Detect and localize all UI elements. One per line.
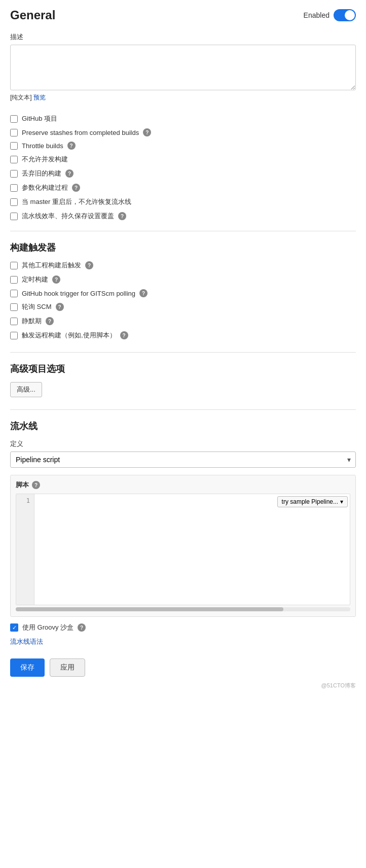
description-textarea[interactable] xyxy=(10,45,356,90)
groovy-sandbox-checkbox[interactable]: ✓ xyxy=(10,623,18,632)
scheduled-help-icon[interactable]: ? xyxy=(52,275,60,284)
build-triggers-title: 构建触发器 xyxy=(10,241,356,254)
parameterize-help-icon[interactable]: ? xyxy=(72,184,80,192)
checkbox-pipeline-speed: 流水线效率、持久保存设置覆盖 ? xyxy=(10,212,356,221)
scrollbar-thumb xyxy=(16,607,283,611)
discard-old-help-icon[interactable]: ? xyxy=(65,169,74,178)
checkbox-quiet-period: 静默期 ? xyxy=(10,317,356,326)
definition-select[interactable]: Pipeline script Pipeline script from SCM xyxy=(10,452,356,468)
preserve-stashes-help-icon[interactable]: ? xyxy=(143,128,151,136)
definition-label: 定义 xyxy=(10,439,356,448)
throttle-builds-checkbox[interactable] xyxy=(10,142,18,150)
checkbox-scheduled: 定时构建 ? xyxy=(10,275,356,284)
description-label: 描述 xyxy=(10,32,356,42)
script-label-row: 脚本 ? xyxy=(16,480,350,490)
save-button[interactable]: 保存 xyxy=(10,658,45,677)
page-title: General xyxy=(10,8,55,22)
no-resume-checkbox[interactable] xyxy=(10,198,18,206)
preview-link[interactable]: 预览 xyxy=(33,94,46,101)
scheduled-checkbox[interactable] xyxy=(10,276,18,284)
advanced-button[interactable]: 高级... xyxy=(10,382,42,397)
divider-1 xyxy=(10,231,356,231)
github-hook-help-icon[interactable]: ? xyxy=(139,289,148,297)
apply-button[interactable]: 应用 xyxy=(50,658,85,677)
enabled-label: Enabled xyxy=(304,11,330,19)
checkbox-throttle-builds: Throttle builds ? xyxy=(10,142,356,150)
definition-select-wrapper: Pipeline script Pipeline script from SCM… xyxy=(10,452,356,468)
script-label: 脚本 xyxy=(16,480,29,490)
try-sample-arrow-icon: ▾ xyxy=(340,498,343,505)
watermark: @51CTO博客 xyxy=(10,682,356,689)
plain-text-label: [纯文本] xyxy=(10,94,32,101)
quiet-period-help-icon[interactable]: ? xyxy=(46,317,54,325)
page-header: General Enabled xyxy=(10,8,356,22)
checkbox-trigger-other: 其他工程构建后触发 ? xyxy=(10,261,356,270)
scheduled-label: 定时构建 xyxy=(22,275,48,284)
pipeline-speed-help-icon[interactable]: ? xyxy=(118,212,126,220)
try-sample-button[interactable]: try sample Pipeline... ▾ xyxy=(277,496,348,507)
action-buttons: 保存 应用 xyxy=(10,658,356,677)
checkbox-no-concurrent: 不允许并发构建 xyxy=(10,155,356,164)
build-triggers-list: 其他工程构建后触发 ? 定时构建 ? GitHub hook trigger f… xyxy=(10,261,356,340)
pipeline-section: 流水线 定义 Pipeline script Pipeline script f… xyxy=(10,420,356,646)
script-help-icon[interactable]: ? xyxy=(32,481,40,489)
line-numbers: 1 xyxy=(16,494,34,605)
trigger-other-help-icon[interactable]: ? xyxy=(85,261,93,269)
preserve-stashes-label: Preserve stashes from completed builds xyxy=(22,129,139,136)
throttle-builds-label: Throttle builds xyxy=(22,142,63,150)
pipeline-speed-checkbox[interactable] xyxy=(10,213,18,220)
general-options-list: GitHub 项目 Preserve stashes from complete… xyxy=(10,114,356,221)
github-hook-checkbox[interactable] xyxy=(10,290,18,297)
no-concurrent-label: 不允许并发构建 xyxy=(22,155,68,164)
try-sample-label: try sample Pipeline... xyxy=(282,498,338,505)
checkbox-github-project: GitHub 项目 xyxy=(10,114,356,123)
parameterize-label: 参数化构建过程 xyxy=(22,183,68,192)
code-editor: 1 try sample Pipeline... ▾ xyxy=(16,494,350,605)
enabled-toggle[interactable] xyxy=(334,9,356,21)
description-section: 描述 [纯文本] 预览 xyxy=(10,32,356,102)
github-hook-label: GitHub hook trigger for GITScm polling xyxy=(22,290,135,297)
throttle-builds-help-icon[interactable]: ? xyxy=(67,142,76,150)
build-triggers-section: 构建触发器 其他工程构建后触发 ? 定时构建 ? GitHub hook tri… xyxy=(10,241,356,340)
quiet-period-checkbox[interactable] xyxy=(10,318,18,325)
poll-scm-checkbox[interactable] xyxy=(10,303,18,311)
checkbox-parameterize: 参数化构建过程 ? xyxy=(10,183,356,192)
script-section: 脚本 ? 1 try sample Pipeline... ▾ xyxy=(10,475,356,617)
discard-old-label: 丢弃旧的构建 xyxy=(22,169,61,178)
checkbox-no-resume: 当 master 重启后，不允许恢复流水线 xyxy=(10,197,356,206)
quiet-period-label: 静默期 xyxy=(22,317,42,326)
checkbox-remote-trigger: 触发远程构建（例如,使用脚本） ? xyxy=(10,331,356,340)
advanced-title: 高级项目选项 xyxy=(10,363,356,375)
scrollbar-area[interactable] xyxy=(16,607,350,611)
enabled-toggle-container[interactable]: Enabled xyxy=(304,9,356,21)
divider-3 xyxy=(10,409,356,410)
trigger-other-checkbox[interactable] xyxy=(10,262,18,269)
remote-trigger-label: 触发远程构建（例如,使用脚本） xyxy=(22,331,116,340)
remote-trigger-checkbox[interactable] xyxy=(10,332,18,339)
code-area[interactable]: try sample Pipeline... ▾ xyxy=(34,494,350,605)
remote-trigger-help-icon[interactable]: ? xyxy=(120,331,128,339)
discard-old-checkbox[interactable] xyxy=(10,170,18,178)
pipeline-speed-label: 流水线效率、持久保存设置覆盖 xyxy=(22,212,114,221)
pipeline-title: 流水线 xyxy=(10,420,356,432)
text-mode-row: [纯文本] 预览 xyxy=(10,93,356,102)
pipeline-syntax-link[interactable]: 流水线语法 xyxy=(10,637,356,646)
advanced-section: 高级项目选项 高级... xyxy=(10,363,356,397)
no-resume-label: 当 master 重启后，不允许恢复流水线 xyxy=(22,197,131,206)
poll-scm-help-icon[interactable]: ? xyxy=(56,303,64,311)
parameterize-checkbox[interactable] xyxy=(10,184,18,192)
preserve-stashes-checkbox[interactable] xyxy=(10,129,18,136)
groovy-sandbox-label: 使用 Groovy 沙盒 xyxy=(22,623,74,632)
no-concurrent-checkbox[interactable] xyxy=(10,156,18,163)
checkbox-preserve-stashes: Preserve stashes from completed builds ? xyxy=(10,128,356,136)
github-project-checkbox[interactable] xyxy=(10,115,18,123)
checkbox-discard-old: 丢弃旧的构建 ? xyxy=(10,169,356,178)
checkbox-poll-scm: 轮询 SCM ? xyxy=(10,302,356,311)
line-number-1: 1 xyxy=(20,497,30,504)
groovy-sandbox-help-icon[interactable]: ? xyxy=(78,623,86,632)
checkbox-github-hook: GitHub hook trigger for GITScm polling ? xyxy=(10,289,356,297)
groovy-sandbox-row: ✓ 使用 Groovy 沙盒 ? xyxy=(10,623,356,632)
trigger-other-label: 其他工程构建后触发 xyxy=(22,261,81,270)
toggle-knob xyxy=(345,10,355,20)
divider-2 xyxy=(10,352,356,353)
